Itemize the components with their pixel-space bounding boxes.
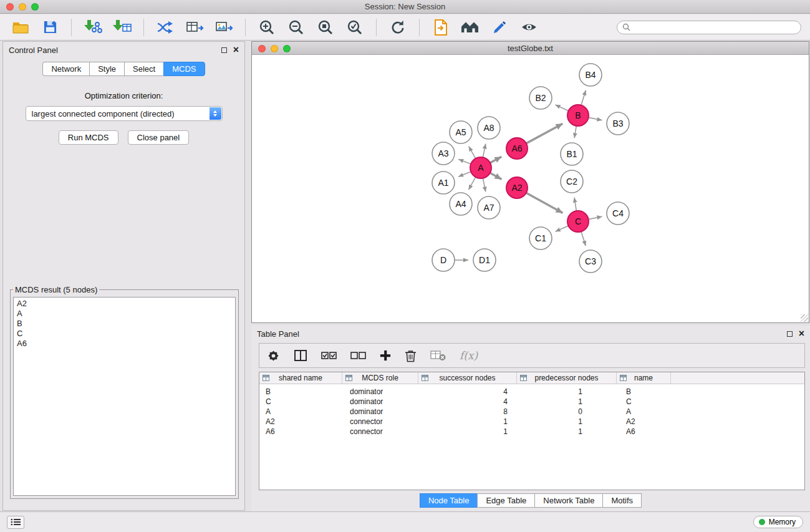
network-edge-A-A7[interactable] — [483, 178, 485, 192]
table-row[interactable]: A2connector11A2 — [259, 417, 804, 427]
search-input[interactable] — [634, 23, 796, 32]
zoom-out-button[interactable] — [284, 17, 308, 38]
mcds-result-item[interactable]: A6 — [17, 339, 232, 349]
network-node-B3[interactable]: B3 — [607, 112, 629, 135]
network-edge-A6-B[interactable] — [526, 123, 562, 143]
annotation-button[interactable] — [488, 17, 511, 38]
network-node-C2[interactable]: C2 — [561, 170, 583, 193]
network-node-D[interactable]: D — [432, 249, 455, 271]
add-column-button[interactable] — [380, 350, 391, 361]
network-node-A1[interactable]: A1 — [432, 172, 455, 194]
zoom-selected-button[interactable] — [343, 17, 367, 38]
deselect-all-button[interactable] — [350, 351, 366, 360]
table-row[interactable]: A6connector11A6 — [259, 427, 804, 437]
resize-grip[interactable] — [801, 314, 808, 322]
network-node-A2[interactable]: A2 — [506, 177, 528, 198]
export-image-button[interactable] — [212, 17, 236, 38]
mcds-result-item[interactable]: A2 — [17, 299, 232, 309]
float-table-panel-icon[interactable] — [787, 331, 793, 337]
network-edge-A2-C[interactable] — [526, 193, 563, 213]
network-node-A3[interactable]: A3 — [432, 142, 455, 165]
delete-column-button[interactable] — [405, 349, 417, 362]
float-panel-icon[interactable] — [221, 47, 227, 53]
network-edge-B-B1[interactable] — [574, 126, 576, 138]
network-node-A7[interactable]: A7 — [478, 196, 500, 219]
delete-table-button[interactable] — [430, 350, 446, 361]
export-table-button[interactable] — [183, 17, 206, 38]
tab-network[interactable]: Network — [42, 62, 89, 76]
column-header-name[interactable]: name — [617, 372, 671, 384]
network-node-A8[interactable]: A8 — [478, 117, 500, 139]
tab-motifs[interactable]: Motifs — [602, 493, 642, 508]
close-window-button[interactable] — [6, 3, 14, 11]
tab-mcds[interactable]: MCDS — [163, 62, 205, 76]
network-node-B[interactable]: B — [567, 105, 589, 126]
open-session-button[interactable] — [9, 17, 32, 38]
network-edge-C-C4[interactable] — [589, 216, 602, 219]
network-edge-B-B2[interactable] — [556, 105, 569, 111]
tab-network-table[interactable]: Network Table — [534, 493, 602, 508]
refresh-layout-button[interactable] — [386, 17, 410, 38]
mcds-result-item[interactable]: B — [17, 319, 232, 329]
network-node-D1[interactable]: D1 — [473, 249, 496, 271]
minimize-network-button[interactable] — [271, 45, 278, 52]
network-node-A4[interactable]: A4 — [450, 193, 472, 215]
column-header-shared-name[interactable]: shared name — [259, 372, 342, 384]
column-header-predecessor-nodes[interactable]: predecessor nodes — [517, 372, 617, 384]
network-edge-C-C2[interactable] — [574, 198, 576, 211]
mcds-result-list[interactable]: A2ABCA6 — [13, 297, 236, 496]
network-edge-A-A5[interactable] — [469, 147, 476, 159]
network-node-C3[interactable]: C3 — [579, 250, 602, 273]
close-panel-icon[interactable]: × — [233, 47, 239, 53]
network-node-A6[interactable]: A6 — [506, 138, 528, 159]
network-edge-A-A8[interactable] — [483, 143, 485, 157]
network-edge-A-A1[interactable] — [458, 172, 471, 177]
zoom-fit-button[interactable] — [314, 17, 337, 38]
open-panel-button[interactable] — [429, 17, 453, 38]
network-edge-A-A4[interactable] — [469, 177, 476, 190]
table-row[interactable]: Cdominator41C — [259, 397, 804, 407]
tab-style[interactable]: Style — [89, 62, 124, 76]
close-panel-button[interactable]: Close panel — [128, 130, 190, 145]
mcds-result-item[interactable]: C — [17, 329, 232, 339]
network-node-C[interactable]: C — [567, 211, 589, 232]
network-canvas[interactable]: B4B2BB3A8A5A6B1A3AC2A1A2A4A7CC4C1C3DD1 — [252, 55, 809, 322]
network-node-A[interactable]: A — [470, 157, 491, 178]
minimize-window-button[interactable] — [19, 3, 26, 11]
close-table-panel-icon[interactable]: × — [799, 331, 804, 337]
zoom-network-button[interactable] — [283, 45, 291, 52]
column-header-successor-nodes[interactable]: successor nodes — [418, 372, 517, 384]
run-mcds-button[interactable]: Run MCDS — [59, 130, 118, 145]
network-node-B1[interactable]: B1 — [561, 143, 583, 165]
network-edge-A-A3[interactable] — [458, 159, 471, 164]
network-node-B4[interactable]: B4 — [579, 64, 602, 86]
table-row[interactable]: Adominator80A — [259, 407, 804, 417]
column-header-MCDS-role[interactable]: MCDS role — [342, 372, 418, 384]
show-columns-button[interactable] — [294, 349, 307, 362]
import-table-button[interactable] — [110, 17, 134, 38]
import-network-button[interactable] — [81, 17, 105, 38]
close-network-button[interactable] — [258, 45, 266, 52]
network-edge-A-A2[interactable] — [490, 173, 502, 179]
network-edge-B-B4[interactable] — [581, 90, 586, 105]
network-file-button[interactable] — [153, 17, 177, 38]
memory-button[interactable]: Memory — [753, 516, 803, 528]
save-session-button[interactable] — [38, 17, 62, 38]
zoom-window-button[interactable] — [31, 3, 39, 11]
mcds-result-item[interactable]: A — [17, 309, 232, 319]
table-settings-button[interactable] — [267, 349, 280, 362]
task-history-button[interactable] — [7, 516, 24, 529]
network-edge-B-B3[interactable] — [589, 117, 602, 120]
network-node-A5[interactable]: A5 — [450, 121, 472, 143]
zoom-in-button[interactable] — [255, 17, 279, 38]
table-row[interactable]: Bdominator41B — [259, 387, 804, 397]
network-node-C1[interactable]: C1 — [529, 227, 552, 249]
show-graphics-button[interactable] — [517, 17, 541, 38]
network-edge-C-C1[interactable] — [556, 226, 569, 231]
network-node-B2[interactable]: B2 — [529, 87, 552, 109]
network-edge-A-A6[interactable] — [490, 157, 501, 163]
home-button[interactable] — [458, 17, 482, 38]
tab-select[interactable]: Select — [124, 62, 163, 76]
tab-node-table[interactable]: Node Table — [420, 493, 478, 508]
criterion-dropdown[interactable]: largest connected component (directed) — [26, 106, 223, 121]
